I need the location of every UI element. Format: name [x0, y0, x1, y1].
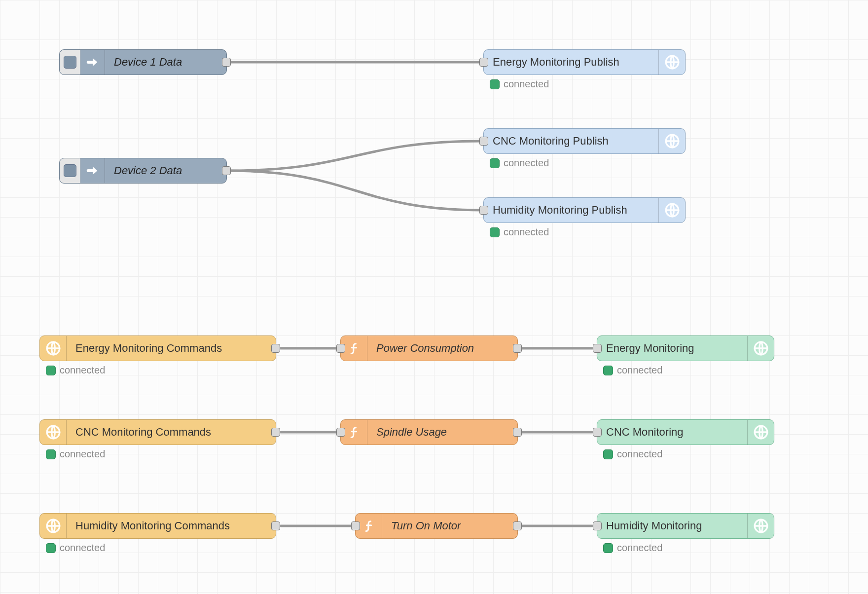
node-function-motor[interactable]: Turn On Motor [355, 513, 518, 539]
node-mqtt-out-cnc[interactable]: CNC Monitoring Publish connected [483, 128, 686, 154]
node-label: Spindle Usage [367, 420, 517, 445]
input-port[interactable] [593, 521, 602, 530]
output-port[interactable] [513, 344, 522, 353]
status-dot-icon [46, 366, 56, 375]
node-label: Humidity Monitoring [597, 514, 747, 538]
network-icon [747, 420, 774, 445]
node-status: connected [603, 365, 662, 376]
output-port[interactable] [271, 344, 280, 353]
network-icon [747, 336, 774, 361]
node-status: connected [603, 448, 662, 460]
network-icon [40, 336, 67, 361]
status-text: connected [617, 365, 662, 376]
input-port[interactable] [479, 137, 488, 146]
status-text: connected [617, 542, 662, 554]
output-port[interactable] [222, 58, 231, 67]
status-text: connected [504, 226, 549, 238]
node-label: Humidity Monitoring Commands [67, 514, 276, 538]
node-mqtt-out-energy[interactable]: Energy Monitoring Publish connected [483, 49, 686, 75]
node-status: connected [46, 365, 105, 376]
node-label: Humidity Monitoring Publish [484, 198, 658, 223]
status-text: connected [504, 157, 549, 169]
status-dot-icon [603, 449, 613, 459]
node-status: connected [603, 542, 662, 554]
network-icon [658, 129, 685, 153]
status-text: connected [60, 365, 105, 376]
input-port[interactable] [479, 58, 488, 67]
node-mqtt-out-humidity[interactable]: Humidity Monitoring Publish connected [483, 197, 686, 223]
wire-layer [0, 0, 868, 594]
inject-button[interactable] [60, 158, 80, 183]
node-link-out-energy[interactable]: Energy Monitoring connected [597, 335, 774, 361]
output-port[interactable] [271, 521, 280, 530]
inject-button[interactable] [60, 50, 80, 74]
node-inject-device2[interactable]: Device 2 Data [59, 158, 227, 184]
node-function-spindle[interactable]: Spindle Usage [340, 419, 518, 445]
node-link-out-cnc[interactable]: CNC Monitoring connected [597, 419, 774, 445]
input-port[interactable] [479, 206, 488, 215]
status-dot-icon [603, 543, 613, 553]
node-label: Power Consumption [367, 336, 517, 361]
node-mqtt-in-cnc[interactable]: CNC Monitoring Commands connected [39, 419, 276, 445]
output-port[interactable] [271, 428, 280, 437]
status-dot-icon [490, 158, 500, 168]
node-status: connected [46, 448, 105, 460]
network-icon [658, 198, 685, 223]
node-status: connected [490, 226, 549, 238]
node-label: Turn On Motor [382, 514, 517, 538]
wire[interactable] [227, 171, 483, 210]
input-port[interactable] [336, 428, 345, 437]
node-label: Device 1 Data [105, 50, 226, 74]
node-function-power[interactable]: Power Consumption [340, 335, 518, 361]
inject-button-square [64, 56, 76, 69]
node-status: connected [490, 78, 549, 90]
input-port[interactable] [593, 428, 602, 437]
output-port[interactable] [222, 166, 231, 175]
wire[interactable] [227, 141, 483, 171]
status-dot-icon [46, 449, 56, 459]
node-label: Device 2 Data [105, 158, 226, 183]
status-text: connected [60, 542, 105, 554]
status-dot-icon [603, 366, 613, 375]
arrow-right-icon [80, 158, 105, 183]
input-port[interactable] [336, 344, 345, 353]
network-icon [658, 50, 685, 74]
status-dot-icon [490, 79, 500, 89]
status-text: connected [617, 448, 662, 460]
node-mqtt-in-energy[interactable]: Energy Monitoring Commands connected [39, 335, 276, 361]
node-status: connected [46, 542, 105, 554]
node-label: Energy Monitoring Publish [484, 50, 658, 74]
node-status: connected [490, 157, 549, 169]
input-port[interactable] [593, 344, 602, 353]
node-mqtt-in-humidity[interactable]: Humidity Monitoring Commands connected [39, 513, 276, 539]
input-port[interactable] [351, 521, 360, 530]
node-label: CNC Monitoring Publish [484, 129, 658, 153]
node-label: CNC Monitoring Commands [67, 420, 276, 445]
node-inject-device1[interactable]: Device 1 Data [59, 49, 227, 75]
inject-button-square [64, 164, 76, 177]
node-label: Energy Monitoring Commands [67, 336, 276, 361]
status-dot-icon [46, 543, 56, 553]
status-dot-icon [490, 227, 500, 237]
network-icon [40, 420, 67, 445]
network-icon [747, 514, 774, 538]
output-port[interactable] [513, 521, 522, 530]
output-port[interactable] [513, 428, 522, 437]
network-icon [40, 514, 67, 538]
status-text: connected [504, 78, 549, 90]
node-label: Energy Monitoring [597, 336, 747, 361]
node-link-out-humidity[interactable]: Humidity Monitoring connected [597, 513, 774, 539]
status-text: connected [60, 448, 105, 460]
node-label: CNC Monitoring [597, 420, 747, 445]
arrow-right-icon [80, 50, 105, 74]
